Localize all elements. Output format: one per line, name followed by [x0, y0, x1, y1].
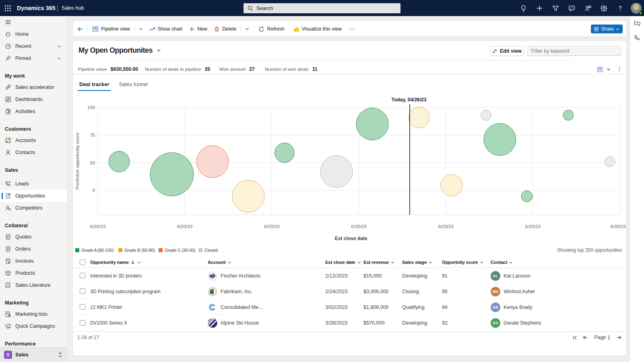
opportunity-bubble[interactable] — [232, 180, 264, 212]
opportunity-bubble[interactable] — [150, 152, 194, 196]
sidebar-item-home[interactable]: Home — [0, 28, 67, 40]
sidebar-item-competitors[interactable]: Competitors — [0, 202, 67, 214]
filter-icon[interactable] — [547, 0, 564, 16]
refresh-button[interactable]: Refresh — [255, 23, 287, 35]
prev-page-icon[interactable] — [582, 334, 588, 341]
sidebar-item-sales-accelerator[interactable]: Sales accelerator — [0, 81, 67, 93]
opportunity-bubble[interactable] — [196, 146, 229, 178]
quick-create-plus-icon[interactable] — [531, 0, 547, 16]
view-selector[interactable]: My Open Opportunites — [78, 46, 161, 55]
cell-opportunity-name[interactable]: 3D Printing subscription program — [90, 284, 161, 299]
area-switcher[interactable]: S Sales — [0, 347, 68, 362]
tab-sales-funnel[interactable]: Sales funnel — [118, 78, 149, 90]
user-avatar[interactable] — [628, 0, 644, 16]
sidebar-item-contacts[interactable]: Contacts — [0, 146, 67, 158]
table-row[interactable]: 12 MK1 PrinterConsolidated Me…3/02/2023$… — [73, 299, 626, 315]
column-header-sales-stage[interactable]: Sales stage — [402, 257, 433, 268]
global-search-input[interactable]: Search — [244, 3, 400, 13]
cell-account[interactable]: Fabrikam, Inc. — [208, 284, 252, 299]
gear-icon[interactable] — [596, 0, 612, 16]
more-commands-button[interactable] — [346, 26, 358, 32]
phone-icon[interactable] — [631, 31, 644, 44]
cell-account[interactable]: Consolidated Me… — [208, 299, 263, 315]
cell-contact[interactable]: GSGerald Stephens — [491, 315, 541, 331]
chat-multiple-icon[interactable] — [631, 17, 644, 30]
help-icon[interactable] — [612, 0, 628, 16]
sidebar-item-dashboards[interactable]: Dashboards — [0, 93, 67, 105]
app-name[interactable]: Sales hub — [62, 5, 84, 11]
deal-tracker-bubble-chart[interactable]: 100755006/20/236/20/236/20/236/20/236/20… — [73, 93, 626, 246]
table-row[interactable]: Interested in 3D printersFincher Archite… — [73, 268, 626, 284]
cell-opportunity-name[interactable]: Interested in 3D printers — [90, 268, 142, 284]
pipeline-view-button[interactable]: Pipeline view — [89, 23, 133, 35]
opportunity-bubble[interactable] — [275, 143, 294, 162]
opportunity-bubble[interactable] — [484, 123, 516, 156]
tab-deal-tracker[interactable]: Deal tracker — [78, 78, 110, 90]
search-placeholder: Search — [256, 5, 273, 11]
opportunity-bubble[interactable] — [109, 151, 130, 172]
column-header-est-close-date[interactable]: Est close date — [325, 257, 361, 268]
view-options-chevron-icon[interactable] — [606, 67, 611, 72]
cell-opportunity-name[interactable]: DV1000 Series X — [90, 315, 127, 331]
delete-dropdown-chevron[interactable] — [242, 27, 252, 31]
opportunity-bubble[interactable] — [481, 110, 491, 120]
lightbulb-icon[interactable] — [515, 0, 531, 16]
cell-contact[interactable]: WAWinford Asher — [491, 284, 535, 299]
visualize-view-button[interactable]: Visualize this view — [290, 23, 345, 35]
card-view-toggle-icon[interactable] — [597, 66, 603, 72]
select-all-checkbox[interactable] — [80, 259, 85, 265]
table-row[interactable]: 3D Printing subscription programFabrikam… — [73, 284, 626, 299]
row-checkbox[interactable] — [80, 304, 85, 310]
pipeline-view-dropdown-chevron[interactable] — [136, 27, 146, 31]
waffle-menu-icon[interactable] — [0, 0, 15, 16]
sidebar-item-invoices[interactable]: Invoices — [0, 255, 67, 267]
opportunity-bubble[interactable] — [563, 110, 574, 120]
column-header-opportunity-name[interactable]: Opportunity name — [90, 257, 141, 268]
back-button[interactable] — [74, 23, 86, 35]
cell-account[interactable]: Fincher Architects — [208, 268, 260, 284]
sidebar-item-leads[interactable]: Leads — [0, 178, 67, 190]
kebab-menu-icon[interactable] — [617, 66, 622, 72]
sidebar-item-opportunities[interactable]: Opportunities — [0, 190, 67, 202]
table-row[interactable]: DV1000 Series XAlpine Ski House3/28/2023… — [73, 315, 626, 331]
cell-account[interactable]: Alpine Ski House — [208, 315, 259, 331]
teams-chat-icon[interactable] — [564, 0, 580, 16]
sidebar-item-quick-campaigns[interactable]: Quick Campaigns — [0, 320, 67, 332]
delete-button[interactable]: Delete — [211, 23, 240, 35]
sidebar-item-marketing-lists[interactable]: Marketing lists — [0, 308, 67, 320]
cell-contact[interactable]: KBKenya Brady — [491, 299, 533, 315]
opportunity-bubble[interactable] — [409, 107, 429, 128]
column-header-account[interactable]: Account — [208, 257, 232, 268]
sidebar-item-pinned[interactable]: Pinned — [0, 52, 67, 64]
sidebar-item-recent[interactable]: Recent — [0, 40, 67, 52]
row-checkbox[interactable] — [80, 288, 85, 294]
opportunity-bubble[interactable] — [356, 108, 388, 140]
share-button[interactable]: Share — [591, 25, 623, 33]
opportunity-bubble[interactable] — [521, 191, 533, 202]
sidebar-item-products[interactable]: Products — [0, 267, 67, 279]
new-button[interactable]: New — [186, 23, 211, 35]
opportunity-bubble[interactable] — [605, 156, 615, 167]
row-checkbox[interactable] — [80, 320, 85, 326]
sidebar-item-orders[interactable]: Orders — [0, 243, 67, 255]
column-header-contact[interactable]: Contact — [491, 257, 513, 268]
sitemap-collapse-button[interactable] — [0, 16, 67, 28]
opportunity-bubble[interactable] — [320, 155, 353, 187]
sidebar-item-quotes[interactable]: Quotes — [0, 231, 67, 243]
filter-by-keyword-input[interactable] — [527, 46, 621, 56]
cell-opportunity-name[interactable]: 12 MK1 Printer — [90, 299, 122, 315]
feedback-person-icon[interactable] — [580, 0, 596, 16]
column-header-opportnity-score[interactable]: Opportnity score — [442, 257, 484, 268]
cell-contact[interactable]: KLKat Larsson — [491, 268, 530, 284]
show-chart-button[interactable]: Show chart — [146, 23, 186, 35]
edit-view-button[interactable]: Edit view — [490, 46, 524, 56]
next-page-icon[interactable] — [616, 334, 622, 341]
first-page-icon[interactable] — [572, 335, 578, 341]
sidebar-item-accounts[interactable]: Accounts — [0, 134, 67, 146]
sidebar-item-activities[interactable]: Activities — [0, 105, 67, 117]
brand-title[interactable]: Dynamics 365 — [17, 5, 56, 11]
column-header-est-revenue[interactable]: Est revenue — [363, 257, 395, 268]
row-checkbox[interactable] — [80, 273, 85, 278]
opportunity-bubble[interactable] — [441, 175, 462, 196]
sidebar-item-sales-literature[interactable]: Sales Literature — [0, 279, 67, 291]
